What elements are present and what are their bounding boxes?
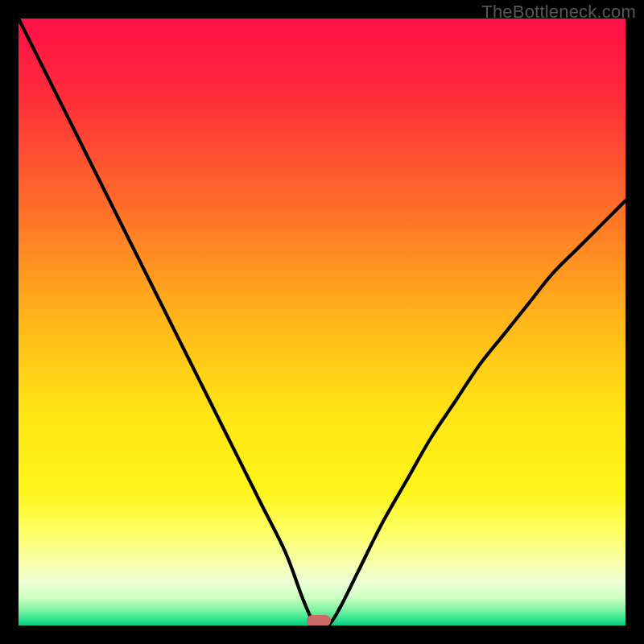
- attribution-text: TheBottleneck.com: [481, 2, 636, 23]
- bottleneck-curve: [19, 19, 625, 625]
- optimal-marker: [307, 615, 331, 625]
- plot-area: [19, 19, 625, 625]
- chart-frame: TheBottleneck.com: [0, 0, 644, 644]
